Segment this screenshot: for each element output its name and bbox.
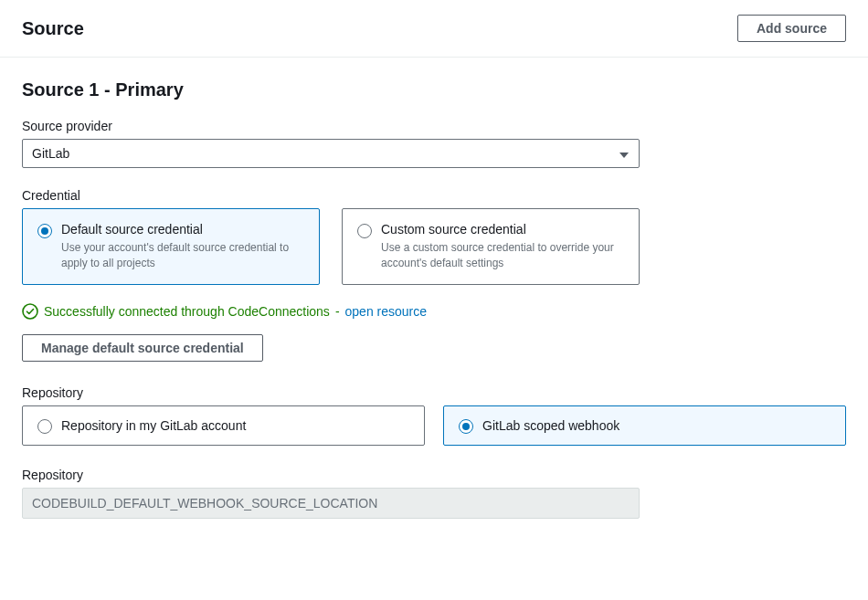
radio-icon bbox=[357, 224, 372, 238]
radio-content: Custom source credential Use a custom so… bbox=[381, 222, 624, 271]
manage-credential-button[interactable]: Manage default source credential bbox=[22, 334, 263, 362]
radio-content: Default source credential Use your accou… bbox=[61, 222, 304, 271]
repository-value-input bbox=[22, 488, 640, 519]
page-title: Source bbox=[22, 18, 84, 39]
svg-point-0 bbox=[23, 304, 37, 319]
content-area: Source 1 - Primary Source provider GitLa… bbox=[0, 58, 868, 541]
add-source-button[interactable]: Add source bbox=[737, 15, 846, 42]
credential-label: Credential bbox=[22, 188, 846, 203]
repository-type-label: Repository bbox=[22, 385, 846, 400]
radio-icon bbox=[459, 419, 473, 434]
credential-option-custom[interactable]: Custom source credential Use a custom so… bbox=[342, 208, 640, 285]
repository-option-label: Repository in my GitLab account bbox=[61, 418, 246, 433]
credential-option-desc: Use a custom source credential to overri… bbox=[381, 240, 624, 271]
connection-status: Successfully connected through CodeConne… bbox=[22, 303, 846, 320]
repository-option-account[interactable]: Repository in my GitLab account bbox=[22, 405, 425, 446]
radio-icon bbox=[37, 419, 52, 434]
status-separator: - bbox=[335, 304, 340, 319]
credential-option-title: Custom source credential bbox=[381, 222, 624, 237]
open-resource-link[interactable]: open resource bbox=[345, 304, 428, 319]
radio-icon bbox=[37, 224, 52, 238]
source-provider-label: Source provider bbox=[22, 119, 846, 133]
credential-radio-group: Default source credential Use your accou… bbox=[22, 208, 846, 285]
repository-option-label: GitLab scoped webhook bbox=[482, 418, 619, 433]
success-check-icon bbox=[22, 303, 38, 320]
repository-value-label: Repository bbox=[22, 468, 846, 482]
repository-option-webhook[interactable]: GitLab scoped webhook bbox=[443, 405, 846, 446]
section-title: Source 1 - Primary bbox=[22, 79, 846, 100]
source-provider-select[interactable]: GitLab bbox=[22, 139, 640, 168]
page-header: Source Add source bbox=[0, 0, 868, 58]
status-text: Successfully connected through CodeConne… bbox=[44, 304, 330, 319]
credential-option-title: Default source credential bbox=[61, 222, 304, 237]
source-provider-select-wrap: GitLab bbox=[22, 139, 640, 168]
credential-option-default[interactable]: Default source credential Use your accou… bbox=[22, 208, 320, 285]
credential-option-desc: Use your account's default source creden… bbox=[61, 240, 304, 271]
repository-type-group: Repository in my GitLab account GitLab s… bbox=[22, 405, 846, 446]
